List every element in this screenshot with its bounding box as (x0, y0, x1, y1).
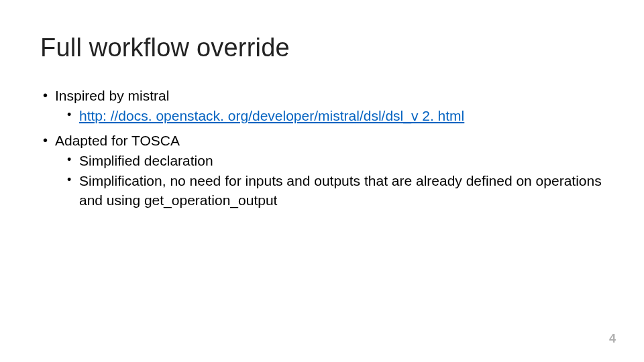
bullet-inspired: Inspired by mistral (40, 86, 604, 105)
bullet-adapted: Adapted for TOSCA (40, 131, 604, 150)
slide-content: Inspired by mistral http: //docs. openst… (40, 86, 604, 210)
slide-title: Full workflow override (40, 34, 604, 62)
slide: Full workflow override Inspired by mistr… (0, 0, 644, 362)
bullet-list: Inspired by mistral http: //docs. openst… (40, 86, 604, 210)
bullet-simplified-decl: Simplified declaration (40, 152, 604, 170)
page-number: 4 (609, 332, 616, 346)
bullet-simplification: Simplification, no need for inputs and o… (40, 172, 604, 210)
mistral-docs-link[interactable]: http: //docs. openstack. org/developer/m… (79, 108, 464, 123)
bullet-link: http: //docs. openstack. org/developer/m… (40, 107, 604, 125)
